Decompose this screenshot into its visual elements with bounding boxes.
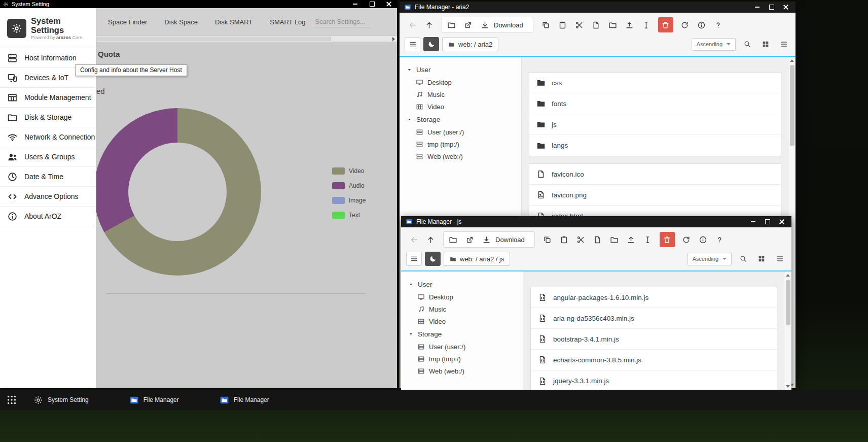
up-button[interactable] xyxy=(423,232,438,247)
scroll-right-arrow-icon[interactable] xyxy=(390,36,397,42)
breadcrumb[interactable]: web: / aria2 xyxy=(442,37,498,51)
sidebar-item[interactable]: Network & Connection xyxy=(0,127,96,147)
grid-view-button[interactable] xyxy=(755,252,768,265)
settings-tab[interactable]: Disk SMART xyxy=(206,8,261,36)
scrollbar-thumb[interactable] xyxy=(790,65,794,146)
breadcrumb[interactable]: web: / aria2 / js xyxy=(444,252,510,266)
tree-item[interactable]: Video xyxy=(400,100,521,113)
horizontal-scrollbar[interactable] xyxy=(96,36,397,42)
info-button[interactable] xyxy=(694,17,709,32)
scroll-down-arrow-icon[interactable] xyxy=(784,383,791,390)
sidebar-item[interactable]: Module Management xyxy=(0,88,96,108)
new-file-button[interactable] xyxy=(589,17,604,32)
open-external-button[interactable] xyxy=(460,17,476,32)
back-button[interactable] xyxy=(405,17,420,32)
window-titlebar[interactable]: File Manager - js xyxy=(401,216,791,227)
minimize-button[interactable] xyxy=(754,4,761,11)
rename-button[interactable] xyxy=(639,17,654,32)
download-button[interactable]: Download xyxy=(492,21,531,29)
maximize-button[interactable] xyxy=(768,4,775,11)
dark-mode-toggle[interactable] xyxy=(425,252,441,266)
tree-item[interactable]: User xyxy=(401,278,523,291)
file-row[interactable]: echarts-common-3.8.5.min.js xyxy=(531,350,777,370)
vertical-scrollbar[interactable] xyxy=(784,271,791,390)
sidebar-item[interactable]: Users & Groups xyxy=(0,147,96,167)
app-launcher-button[interactable] xyxy=(4,392,19,407)
delete-button[interactable] xyxy=(658,17,673,32)
open-folder-button[interactable] xyxy=(445,232,460,247)
scroll-up-arrow-icon[interactable] xyxy=(784,271,791,279)
tree-item[interactable]: Desktop xyxy=(400,76,521,88)
scrollbar-thumb[interactable] xyxy=(786,280,790,325)
file-row[interactable]: bootstrap-3.4.1.min.js xyxy=(531,329,777,350)
download-icon-button[interactable] xyxy=(479,232,494,247)
file-row[interactable]: jquery-3.3.1.min.js xyxy=(531,370,777,390)
search-input[interactable] xyxy=(314,17,371,27)
tree-item[interactable]: tmp (tmp:/) xyxy=(400,138,521,150)
paste-button[interactable] xyxy=(555,17,570,32)
file-row[interactable]: favicon.ico xyxy=(529,164,781,185)
list-view-button[interactable] xyxy=(777,38,790,51)
settings-tab[interactable]: Disk Space xyxy=(156,8,206,36)
sort-order-select[interactable]: Ascending xyxy=(688,253,732,265)
open-folder-button[interactable] xyxy=(444,17,459,32)
new-folder-button[interactable] xyxy=(605,17,621,32)
open-external-button[interactable] xyxy=(462,232,477,247)
tree-item[interactable]: Storage xyxy=(400,113,521,126)
new-file-button[interactable] xyxy=(590,232,605,247)
maximize-button[interactable] xyxy=(369,1,375,8)
cut-button[interactable] xyxy=(573,232,589,247)
maximize-button[interactable] xyxy=(764,219,771,225)
sidebar-item[interactable]: About ArOZ xyxy=(0,207,96,226)
search-button[interactable] xyxy=(741,38,754,51)
tree-item[interactable]: tmp (tmp:/) xyxy=(401,353,523,365)
taskbar-item[interactable]: File Manager xyxy=(220,395,269,405)
up-button[interactable] xyxy=(421,17,437,32)
close-button[interactable] xyxy=(385,1,392,8)
folder-row[interactable]: js xyxy=(529,114,781,135)
paste-button[interactable] xyxy=(557,232,572,247)
tree-item[interactable]: Desktop xyxy=(401,291,523,303)
sort-order-select[interactable]: Ascending xyxy=(692,38,736,51)
grid-view-button[interactable] xyxy=(759,38,772,51)
scroll-up-arrow-icon[interactable] xyxy=(788,57,795,64)
help-button[interactable] xyxy=(711,17,726,32)
refresh-button[interactable] xyxy=(679,232,694,247)
rename-button[interactable] xyxy=(640,232,656,247)
back-button[interactable] xyxy=(406,232,421,247)
delete-button[interactable] xyxy=(660,232,675,247)
tree-item[interactable]: Video xyxy=(401,315,523,327)
folder-row[interactable]: langs xyxy=(529,135,781,156)
tree-item[interactable]: Storage xyxy=(401,327,523,341)
menu-button[interactable] xyxy=(406,252,422,266)
tree-item[interactable]: Music xyxy=(400,88,521,100)
file-row[interactable]: favicon.png xyxy=(529,185,781,206)
scrollbar-thumb[interactable] xyxy=(96,37,331,41)
refresh-button[interactable] xyxy=(677,17,693,32)
tree-item[interactable]: User (user:/) xyxy=(400,126,521,138)
upload-button[interactable] xyxy=(624,232,639,247)
tree-item[interactable]: Web (web:/) xyxy=(400,150,521,162)
copy-button[interactable] xyxy=(538,17,554,32)
file-row[interactable]: angular-packages-1.6.10.min.js xyxy=(531,287,777,308)
list-view-button[interactable] xyxy=(773,252,786,265)
download-button[interactable]: Download xyxy=(494,236,533,244)
menu-button[interactable] xyxy=(405,37,420,51)
taskbar-item[interactable]: System Setting xyxy=(33,395,89,405)
minimize-button[interactable] xyxy=(352,1,358,8)
new-folder-button[interactable] xyxy=(607,232,622,247)
search-button[interactable] xyxy=(737,252,750,265)
copy-button[interactable] xyxy=(540,232,555,247)
window-titlebar[interactable]: File Manager - aria2 xyxy=(400,2,795,13)
help-button[interactable] xyxy=(712,232,728,247)
tree-item[interactable]: Music xyxy=(401,303,523,315)
folder-row[interactable]: fonts xyxy=(529,93,781,114)
settings-tab[interactable]: Space Finder xyxy=(99,8,156,36)
upload-button[interactable] xyxy=(622,17,637,32)
taskbar-item[interactable]: File Manager xyxy=(129,395,179,405)
folder-row[interactable]: css xyxy=(529,73,781,93)
tree-item[interactable]: User xyxy=(400,63,521,76)
file-row[interactable]: aria-ng-da5356c403.min.js xyxy=(531,308,777,329)
minimize-button[interactable] xyxy=(750,219,756,225)
dark-mode-toggle[interactable] xyxy=(423,37,439,51)
